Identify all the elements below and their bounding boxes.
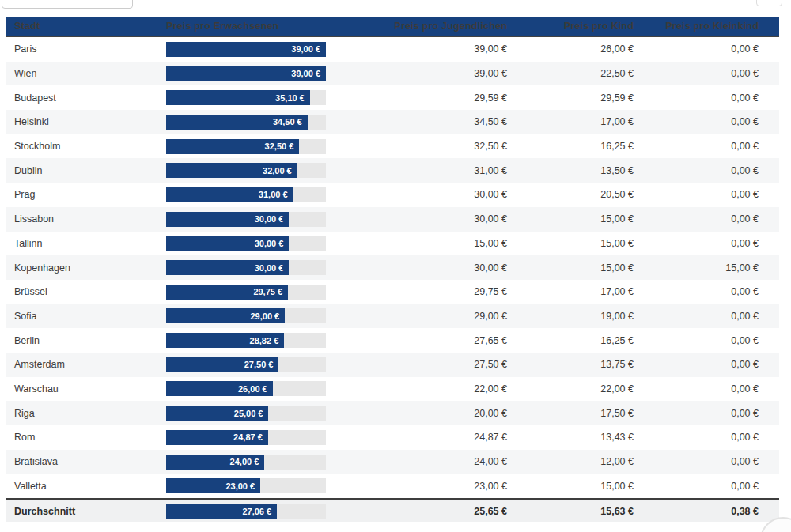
- bar-value-label: 24,87 €: [233, 432, 263, 442]
- table-row: Wien 39,00 € 39,00 € 22,50 € 0,00 €: [6, 62, 779, 86]
- average-row: Durchschnitt 27,06 € 25,65 € 15,63 € 0,3…: [6, 498, 779, 522]
- child-price-cell: 22,50 €: [507, 68, 634, 79]
- adult-price-bar-cell: 27,50 €: [166, 357, 326, 372]
- filter-input[interactable]: [2, 0, 133, 9]
- adult-price-bar-cell: 34,50 €: [166, 115, 326, 130]
- table-row: Helsinki 34,50 € 34,50 € 17,00 € 0,00 €: [6, 110, 779, 134]
- bar-track: 27,06 €: [166, 504, 326, 519]
- table-row: Riga 25,00 € 20,00 € 17,50 € 0,00 €: [6, 401, 779, 425]
- youth-price-cell: 30,00 €: [326, 262, 507, 274]
- bar-fill: 29,00 €: [166, 308, 285, 323]
- toddler-price-cell: 0,00 €: [634, 43, 769, 55]
- table-row: Dublin 32,00 € 31,00 € 13,50 € 0,00 €: [6, 158, 779, 183]
- youth-price-cell: 24,00 €: [326, 456, 507, 467]
- adult-price-bar-cell: 23,00 €: [166, 478, 326, 493]
- adult-price-bar-cell: 39,00 €: [166, 66, 326, 81]
- city-cell: Riga: [6, 408, 166, 419]
- toddler-price-cell: 0,00 €: [634, 311, 769, 322]
- youth-price-cell: 22,00 €: [326, 383, 507, 394]
- table-row: Bratislava 24,00 € 24,00 € 12,00 € 0,00 …: [6, 450, 779, 474]
- bar-value-label: 39,00 €: [291, 69, 320, 78]
- adult-price-bar-cell: 26,00 €: [166, 381, 326, 396]
- bar-value-label: 32,50 €: [265, 141, 294, 151]
- adult-price-bar-cell: 29,75 €: [166, 285, 326, 300]
- bar-value-label: 31,00 €: [259, 190, 288, 199]
- bar-value-label: 35,10 €: [275, 93, 305, 103]
- toddler-price-cell: 0,00 €: [634, 359, 769, 370]
- child-price-cell: 22,00 €: [507, 383, 634, 394]
- table-row: Valletta 23,00 € 23,00 € 15,00 € 0,00 €: [6, 474, 779, 498]
- bar-value-label: 30,00 €: [255, 239, 284, 248]
- youth-price-cell: 30,00 €: [326, 189, 507, 200]
- top-right-control-button[interactable]: [756, 0, 782, 6]
- table-row: Tallinn 30,00 € 15,00 € 15,00 € 0,00 €: [6, 232, 779, 256]
- table-row: Paris 39,00 € 39,00 € 26,00 € 0,00 €: [6, 37, 779, 62]
- bar-value-label: 29,00 €: [251, 311, 280, 321]
- youth-price-cell: 27,50 €: [326, 359, 507, 370]
- toddler-price-cell: 0,00 €: [634, 165, 769, 176]
- price-comparison-table: Stadt Preis pro Erwachsenen Preis pro Ju…: [6, 17, 779, 522]
- bar-track: 39,00 €: [166, 42, 326, 57]
- toddler-price-cell: 0,00 €: [634, 286, 769, 297]
- adult-price-bar-cell: 25,00 €: [166, 406, 326, 421]
- average-toddler-price: 0,38 €: [634, 506, 769, 517]
- bar-fill: 39,00 €: [166, 42, 326, 57]
- youth-price-cell: 30,00 €: [326, 213, 507, 224]
- youth-price-cell: 24,87 €: [326, 432, 507, 443]
- bar-fill: 30,00 €: [166, 212, 289, 227]
- header-city: Stadt: [6, 21, 166, 32]
- toddler-price-cell: 0,00 €: [634, 335, 769, 346]
- bar-value-label: 27,50 €: [244, 360, 274, 369]
- child-price-cell: 17,50 €: [507, 408, 634, 419]
- youth-price-cell: 34,50 €: [326, 116, 507, 127]
- average-youth-price: 25,65 €: [326, 506, 507, 517]
- toddler-price-cell: 0,00 €: [634, 432, 769, 443]
- child-price-cell: 15,00 €: [507, 238, 634, 249]
- youth-price-cell: 32,50 €: [326, 141, 507, 152]
- city-cell: Tallinn: [6, 238, 166, 249]
- table-row: Warschau 26,00 € 22,00 € 22,00 € 0,00 €: [6, 377, 779, 402]
- header-toddler-price: Preis pro Kleinkind: [634, 21, 769, 32]
- bar-track: 30,00 €: [166, 212, 326, 227]
- bar-track: 24,00 €: [166, 455, 326, 470]
- adult-price-bar-cell: 29,00 €: [166, 308, 326, 323]
- youth-price-cell: 29,75 €: [326, 286, 507, 297]
- adult-price-bar-cell: 32,50 €: [166, 139, 326, 154]
- youth-price-cell: 27,65 €: [326, 335, 507, 346]
- city-cell: Valletta: [6, 481, 166, 492]
- child-price-cell: 19,00 €: [507, 311, 634, 322]
- youth-price-cell: 23,00 €: [326, 481, 507, 492]
- toddler-price-cell: 15,00 €: [634, 262, 769, 274]
- adult-price-bar-cell: 28,82 €: [166, 333, 326, 348]
- bar-fill: 30,00 €: [166, 236, 289, 251]
- table-row: Brüssel 29,75 € 29,75 € 17,00 € 0,00 €: [6, 280, 779, 304]
- toddler-price-cell: 0,00 €: [634, 213, 769, 224]
- youth-price-cell: 20,00 €: [326, 408, 507, 419]
- table-row: Rom 24,87 € 24,87 € 13,43 € 0,00 €: [6, 425, 779, 450]
- bar-track: 25,00 €: [166, 406, 326, 421]
- bar-fill: 29,75 €: [166, 285, 288, 300]
- toddler-price-cell: 0,00 €: [634, 383, 769, 394]
- youth-price-cell: 15,00 €: [326, 238, 507, 249]
- bar-value-label: 25,00 €: [234, 409, 263, 418]
- child-price-cell: 13,50 €: [507, 165, 634, 176]
- youth-price-cell: 39,00 €: [326, 43, 507, 55]
- youth-price-cell: 29,00 €: [326, 311, 507, 322]
- adult-price-bar-cell: 39,00 €: [166, 42, 326, 57]
- bar-value-label: 32,00 €: [263, 166, 292, 175]
- bar-fill: 24,00 €: [166, 455, 264, 470]
- bar-fill: 31,00 €: [166, 187, 293, 202]
- average-bar-cell: 27,06 €: [166, 504, 326, 519]
- city-cell: Prag: [6, 189, 166, 200]
- bar-track: 32,00 €: [166, 163, 326, 178]
- bar-track: 29,75 €: [166, 285, 326, 300]
- bar-fill: 25,00 €: [166, 406, 268, 421]
- bar-track: 32,50 €: [166, 139, 326, 154]
- bar-value-label: 29,75 €: [253, 287, 282, 296]
- adult-price-bar-cell: 32,00 €: [166, 163, 326, 178]
- table-row: Lissabon 30,00 € 30,00 € 15,00 € 0,00 €: [6, 207, 779, 232]
- bar-track: 34,50 €: [166, 115, 326, 130]
- adult-price-bar-cell: 30,00 €: [166, 236, 326, 251]
- bar-fill: 27,50 €: [166, 357, 278, 372]
- bar-fill: 39,00 €: [166, 66, 326, 81]
